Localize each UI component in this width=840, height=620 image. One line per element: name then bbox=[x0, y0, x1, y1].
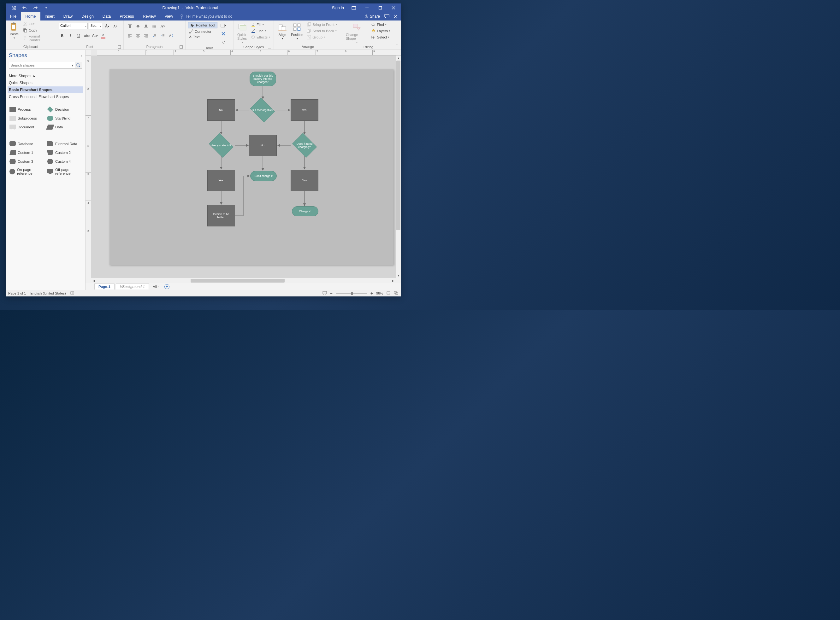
tab-process[interactable]: Process bbox=[115, 12, 138, 21]
comments-icon[interactable] bbox=[385, 14, 389, 19]
search-icon[interactable] bbox=[75, 62, 82, 68]
align-bottom-icon[interactable] bbox=[143, 23, 149, 30]
close-icon[interactable] bbox=[390, 5, 397, 11]
tab-draw[interactable]: Draw bbox=[59, 12, 77, 21]
page-indicator[interactable]: Page 1 of 1 bbox=[8, 291, 26, 295]
scroll-left-icon[interactable]: ◂ bbox=[91, 278, 96, 283]
save-icon[interactable] bbox=[11, 5, 17, 11]
collapse-pane-icon[interactable]: ‹ bbox=[81, 53, 82, 58]
vscroll-thumb[interactable] bbox=[396, 60, 400, 230]
connection-point-icon[interactable] bbox=[220, 30, 227, 37]
stencil-quick-shapes[interactable]: Quick Shapes bbox=[9, 80, 82, 86]
align-right-icon[interactable] bbox=[143, 32, 149, 39]
search-shapes-input[interactable] bbox=[9, 62, 70, 68]
ribbon-display-icon[interactable] bbox=[350, 5, 357, 11]
shape-custom3[interactable]: Custom 3 bbox=[9, 157, 44, 166]
tab-review[interactable]: Review bbox=[138, 12, 160, 21]
font-family-combo[interactable]: Calibri▾ bbox=[59, 23, 88, 29]
pointer-tool-button[interactable]: Pointer Tool bbox=[188, 22, 217, 29]
all-pages-button[interactable]: All ▴ bbox=[150, 285, 161, 289]
shape-offpage-ref[interactable]: Off-page reference bbox=[47, 166, 82, 177]
search-shapes[interactable]: ▾ bbox=[9, 62, 82, 69]
bring-to-front-button[interactable]: Bring to Front ▾ bbox=[306, 22, 338, 27]
collapse-ribbon-icon[interactable]: ˄ bbox=[396, 44, 398, 48]
qat-customize-icon[interactable]: ▾ bbox=[44, 5, 48, 11]
language-indicator[interactable]: English (United States) bbox=[30, 291, 66, 295]
tab-file[interactable]: File bbox=[6, 12, 21, 21]
more-shapes-item[interactable]: More Shapes ▸ bbox=[9, 72, 82, 80]
send-to-back-button[interactable]: Send to Back ▾ bbox=[306, 29, 338, 33]
search-dropdown-icon[interactable]: ▾ bbox=[70, 62, 75, 68]
change-case-icon[interactable]: Aa▾ bbox=[92, 32, 98, 39]
align-left-icon[interactable] bbox=[126, 32, 133, 39]
fit-page-icon[interactable] bbox=[386, 291, 391, 295]
shrink-font-icon[interactable]: A▾ bbox=[112, 23, 119, 30]
page-tab-1[interactable]: Page-1 bbox=[94, 283, 115, 289]
shape-startend[interactable]: Start/End bbox=[47, 114, 82, 122]
shape-custom4[interactable]: Custom 4 bbox=[47, 157, 82, 166]
vertical-scrollbar[interactable]: ▴ ▾ bbox=[396, 56, 401, 278]
italic-icon[interactable]: I bbox=[67, 32, 74, 39]
strikethrough-icon[interactable]: abc bbox=[83, 32, 90, 39]
find-button[interactable]: Find ▾ bbox=[370, 22, 391, 27]
shape-data[interactable]: Data bbox=[47, 123, 82, 131]
group-button[interactable]: Group ▾ bbox=[306, 35, 338, 40]
zoom-in-icon[interactable]: + bbox=[371, 291, 373, 296]
zoom-slider[interactable] bbox=[336, 293, 367, 294]
add-page-icon[interactable]: + bbox=[164, 284, 169, 289]
stencil-basic-flowchart[interactable]: Basic Flowchart Shapes bbox=[8, 86, 83, 93]
hscroll-thumb[interactable] bbox=[191, 279, 285, 283]
select-button[interactable]: Select ▾ bbox=[370, 35, 391, 40]
effects-button[interactable]: Effects ▾ bbox=[250, 35, 271, 40]
increase-indent-icon[interactable] bbox=[159, 32, 166, 39]
cut-button[interactable]: Cut bbox=[22, 21, 53, 27]
zoom-out-icon[interactable]: − bbox=[330, 291, 333, 296]
horizontal-scrollbar[interactable]: ◂ ▸ bbox=[91, 278, 396, 283]
canvas-viewport[interactable]: Should I put this battery into the charg… bbox=[91, 56, 396, 278]
paragraph-dialog-icon[interactable] bbox=[179, 45, 183, 48]
tab-home[interactable]: Home bbox=[21, 12, 40, 21]
shape-process[interactable]: Process bbox=[9, 105, 44, 114]
line-button[interactable]: Line ▾ bbox=[250, 29, 271, 33]
scroll-right-icon[interactable]: ▸ bbox=[391, 278, 396, 283]
pan-zoom-icon[interactable] bbox=[394, 291, 398, 295]
rectangle-tool-icon[interactable]: ▾ bbox=[220, 22, 227, 29]
change-shape-button[interactable]: Change Shape▾ bbox=[345, 22, 369, 44]
maximize-icon[interactable] bbox=[377, 5, 384, 11]
shape-onpage-ref[interactable]: On-page reference bbox=[9, 166, 44, 177]
zoom-level[interactable]: 96% bbox=[376, 291, 383, 295]
shape-subprocess[interactable]: Subprocess bbox=[9, 114, 44, 122]
rotate-text-icon[interactable]: A bbox=[167, 32, 174, 39]
tellme-search[interactable]: Tell me what you want to do bbox=[177, 12, 232, 21]
shape-custom1[interactable]: Custom 1 bbox=[9, 149, 44, 157]
scroll-down-icon[interactable]: ▾ bbox=[396, 273, 401, 278]
align-center-icon[interactable] bbox=[134, 32, 141, 39]
redo-icon[interactable] bbox=[33, 5, 38, 11]
shape-styles-dialog-icon[interactable] bbox=[268, 46, 271, 49]
tab-view[interactable]: View bbox=[160, 12, 177, 21]
grow-font-icon[interactable]: A▴ bbox=[104, 23, 110, 30]
stencil-crossfunctional[interactable]: Cross-Functional Flowchart Shapes bbox=[9, 93, 82, 100]
shape-external-data[interactable]: External Data bbox=[47, 140, 82, 148]
font-size-combo[interactable]: 8pt.▾ bbox=[89, 23, 102, 29]
shape-database[interactable]: Database bbox=[9, 140, 44, 148]
shape-document[interactable]: Document bbox=[9, 123, 44, 131]
scroll-up-icon[interactable]: ▴ bbox=[396, 56, 401, 60]
position-button[interactable]: Position▾ bbox=[290, 22, 305, 41]
font-dialog-icon[interactable] bbox=[118, 45, 121, 48]
macro-recorder-icon[interactable] bbox=[70, 291, 74, 295]
quick-styles-button[interactable]: Quick Styles▾ bbox=[236, 22, 249, 44]
close-doc-icon[interactable] bbox=[394, 15, 398, 18]
underline-icon[interactable]: U bbox=[75, 32, 82, 39]
share-button[interactable]: Share bbox=[364, 14, 380, 19]
fill-button[interactable]: Fill ▾ bbox=[250, 22, 271, 27]
font-color-icon[interactable]: A bbox=[100, 32, 107, 39]
tab-insert[interactable]: Insert bbox=[41, 12, 59, 21]
undo-icon[interactable] bbox=[22, 5, 27, 11]
align-button[interactable]: Align▾ bbox=[276, 22, 288, 41]
paste-button[interactable]: Paste ▾ bbox=[8, 21, 20, 40]
text-size-icon[interactable]: A5 bbox=[159, 23, 166, 30]
bold-icon[interactable]: B bbox=[59, 32, 66, 39]
decrease-indent-icon[interactable] bbox=[151, 32, 158, 39]
signin-link[interactable]: Sign in bbox=[332, 6, 344, 10]
